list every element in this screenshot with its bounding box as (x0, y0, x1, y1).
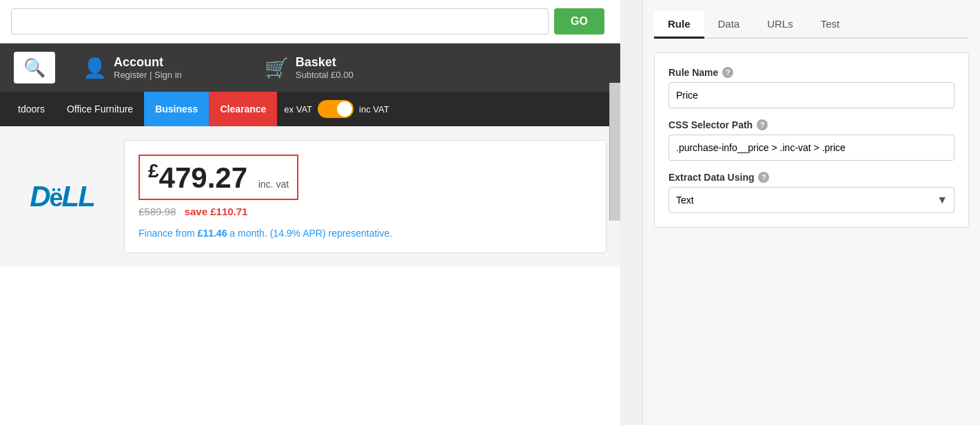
main-price: £479.27 (148, 161, 256, 194)
finance-amount: £11.46 (198, 228, 227, 239)
currency-symbol: £ (148, 160, 159, 181)
basket-text: Basket Subtotal £0.00 (296, 55, 354, 80)
extract-help-icon[interactable]: ? (758, 172, 769, 183)
basket-sub: Subtotal £0.00 (296, 70, 354, 80)
save-price: save £110.71 (185, 206, 248, 217)
cat-business[interactable]: Business (144, 92, 209, 126)
extract-label-wrap: Extract Data Using ? (668, 172, 955, 183)
scrollbar[interactable] (609, 83, 620, 221)
basket-section[interactable]: 🛒 Basket Subtotal £0.00 (265, 55, 354, 80)
dark-nav: 🔍 👤 Account Register | Sign in 🛒 Basket … (0, 43, 620, 92)
tab-test[interactable]: Test (807, 11, 854, 39)
category-nav: tdoors Office Furniture Business Clearan… (0, 92, 620, 126)
account-section[interactable]: 👤 Account Register | Sign in (83, 55, 182, 80)
rule-panel: Rule Data URLs Test Rule Name ? CSS Sele… (642, 0, 980, 425)
extract-label: Extract Data Using (668, 172, 754, 183)
product-area: DëLL £479.27 inc. vat £589.98 save £110.… (0, 126, 620, 267)
css-selector-label: CSS Selector Path (668, 119, 753, 130)
rule-name-label-wrap: Rule Name ? (668, 67, 955, 78)
tab-data[interactable]: Data (704, 11, 754, 39)
account-text: Account Register | Sign in (114, 55, 182, 80)
basket-icon: 🛒 (265, 57, 289, 79)
rule-name-input[interactable] (668, 82, 955, 108)
tab-urls[interactable]: URLs (753, 11, 807, 39)
tab-rule[interactable]: Rule (654, 11, 704, 39)
search-icon-wrap[interactable]: 🔍 (14, 52, 55, 83)
website-preview: GO 🔍 👤 Account Register | Sign in 🛒 Bask… (0, 0, 620, 425)
dell-logo: DëLL (30, 180, 94, 213)
rule-name-label: Rule Name (668, 67, 718, 78)
price-row-2: £589.98 save £110.71 (139, 206, 592, 218)
product-info: £479.27 inc. vat £589.98 save £110.71 Fi… (124, 140, 606, 253)
cat-office-furniture[interactable]: Office Furniture (56, 92, 144, 126)
css-selector-input[interactable] (668, 135, 955, 161)
search-input[interactable] (11, 8, 549, 34)
css-selector-help-icon[interactable]: ? (757, 119, 768, 130)
finance-text: Finance from £11.46 a month. (14.9% APR)… (139, 228, 592, 239)
inc-vat-label: inc VAT (359, 104, 389, 115)
basket-label: Basket (296, 55, 354, 70)
brand-logo: DëLL (14, 140, 110, 253)
search-icon: 🔍 (23, 57, 45, 79)
old-price: £589.98 (139, 206, 176, 217)
css-selector-label-wrap: CSS Selector Path ? (668, 119, 955, 130)
toggle-knob (337, 101, 352, 117)
extract-select[interactable]: Text HTML Attribute (668, 187, 955, 213)
ex-vat-label: ex VAT (284, 104, 312, 115)
price-value: 479.27 (159, 161, 247, 194)
search-bar-area: GO (0, 0, 620, 43)
rule-name-help-icon[interactable]: ? (722, 67, 733, 78)
account-sub: Register | Sign in (114, 70, 182, 80)
person-icon: 👤 (83, 57, 107, 79)
panel-content: Rule Name ? CSS Selector Path ? Extract … (654, 52, 969, 228)
inc-vat-text: inc. vat (258, 179, 289, 190)
price-box: £479.27 inc. vat (139, 155, 298, 200)
go-button[interactable]: GO (554, 8, 604, 34)
vat-toggle: ex VAT inc VAT (284, 100, 389, 118)
cat-outdoors[interactable]: tdoors (7, 92, 56, 126)
tab-bar: Rule Data URLs Test (654, 11, 969, 39)
account-label: Account (114, 55, 182, 70)
extract-select-wrap: Text HTML Attribute ▼ (668, 187, 955, 213)
cat-clearance[interactable]: Clearance (209, 92, 277, 126)
vat-switch[interactable] (318, 100, 354, 118)
